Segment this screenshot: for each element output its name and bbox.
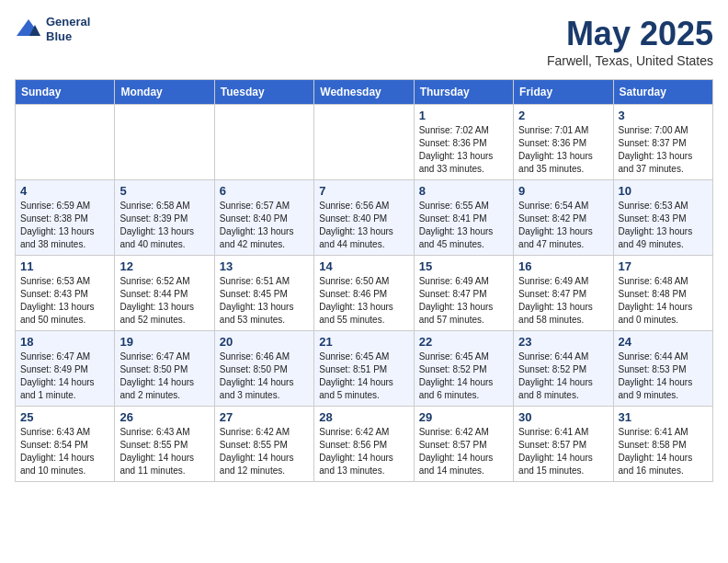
calendar-cell: 2Sunrise: 7:01 AM Sunset: 8:36 PM Daylig…	[514, 105, 613, 180]
calendar-cell: 13Sunrise: 6:51 AM Sunset: 8:45 PM Dayli…	[214, 256, 313, 331]
day-info: Sunrise: 7:01 AM Sunset: 8:36 PM Dayligh…	[518, 124, 608, 176]
day-number: 28	[319, 410, 408, 424]
calendar-cell: 7Sunrise: 6:56 AM Sunset: 8:40 PM Daylig…	[314, 180, 414, 256]
day-number: 26	[119, 410, 209, 424]
calendar-cell	[115, 105, 214, 180]
calendar-cell: 30Sunrise: 6:41 AM Sunset: 8:57 PM Dayli…	[514, 407, 613, 482]
day-info: Sunrise: 6:47 AM Sunset: 8:50 PM Dayligh…	[119, 350, 209, 402]
day-info: Sunrise: 6:49 AM Sunset: 8:47 PM Dayligh…	[419, 275, 508, 327]
weekday-header: Wednesday	[314, 80, 414, 105]
calendar-cell: 17Sunrise: 6:48 AM Sunset: 8:48 PM Dayli…	[613, 256, 712, 331]
calendar-cell: 28Sunrise: 6:42 AM Sunset: 8:56 PM Dayli…	[314, 407, 414, 482]
calendar-cell: 9Sunrise: 6:54 AM Sunset: 8:42 PM Daylig…	[514, 180, 613, 256]
day-info: Sunrise: 6:54 AM Sunset: 8:42 PM Dayligh…	[518, 200, 608, 251]
day-info: Sunrise: 6:43 AM Sunset: 8:54 PM Dayligh…	[20, 426, 109, 477]
day-info: Sunrise: 6:53 AM Sunset: 8:43 PM Dayligh…	[619, 200, 708, 251]
day-number: 18	[20, 335, 109, 349]
title-block: May 2025 Farwell, Texas, United States	[547, 15, 713, 68]
calendar-week-row: 25Sunrise: 6:43 AM Sunset: 8:54 PM Dayli…	[16, 407, 713, 482]
day-number: 7	[319, 184, 408, 198]
calendar-week-row: 11Sunrise: 6:53 AM Sunset: 8:43 PM Dayli…	[16, 256, 713, 331]
day-number: 1	[419, 109, 508, 122]
day-number: 13	[220, 259, 309, 273]
calendar-cell: 20Sunrise: 6:46 AM Sunset: 8:50 PM Dayli…	[214, 331, 313, 407]
calendar-cell: 25Sunrise: 6:43 AM Sunset: 8:54 PM Dayli…	[16, 407, 115, 482]
calendar-cell: 12Sunrise: 6:52 AM Sunset: 8:44 PM Dayli…	[115, 256, 214, 331]
day-number: 19	[119, 335, 209, 349]
day-info: Sunrise: 6:49 AM Sunset: 8:47 PM Dayligh…	[518, 275, 608, 327]
day-info: Sunrise: 6:56 AM Sunset: 8:40 PM Dayligh…	[319, 200, 408, 251]
calendar-cell: 10Sunrise: 6:53 AM Sunset: 8:43 PM Dayli…	[613, 180, 712, 256]
day-number: 2	[518, 109, 608, 122]
day-number: 16	[518, 259, 608, 273]
day-number: 20	[220, 335, 309, 349]
page-header: General Blue May 2025 Farwell, Texas, Un…	[15, 15, 713, 68]
calendar-cell: 31Sunrise: 6:41 AM Sunset: 8:58 PM Dayli…	[613, 407, 712, 482]
weekday-header: Friday	[514, 80, 613, 105]
day-number: 9	[518, 184, 608, 198]
day-info: Sunrise: 6:59 AM Sunset: 8:38 PM Dayligh…	[20, 200, 109, 251]
day-info: Sunrise: 6:42 AM Sunset: 8:57 PM Dayligh…	[419, 426, 508, 477]
calendar-cell: 14Sunrise: 6:50 AM Sunset: 8:46 PM Dayli…	[314, 256, 414, 331]
day-info: Sunrise: 6:45 AM Sunset: 8:51 PM Dayligh…	[319, 350, 408, 402]
day-number: 17	[619, 259, 708, 273]
calendar-table: SundayMondayTuesdayWednesdayThursdayFrid…	[15, 79, 713, 482]
day-number: 4	[20, 184, 109, 198]
day-info: Sunrise: 6:58 AM Sunset: 8:39 PM Dayligh…	[119, 200, 209, 251]
calendar-cell: 1Sunrise: 7:02 AM Sunset: 8:36 PM Daylig…	[414, 105, 513, 180]
calendar-cell: 11Sunrise: 6:53 AM Sunset: 8:43 PM Dayli…	[16, 256, 115, 331]
day-info: Sunrise: 6:41 AM Sunset: 8:58 PM Dayligh…	[619, 426, 708, 477]
day-info: Sunrise: 6:42 AM Sunset: 8:56 PM Dayligh…	[319, 426, 408, 477]
calendar-cell: 3Sunrise: 7:00 AM Sunset: 8:37 PM Daylig…	[613, 105, 712, 180]
day-number: 8	[419, 184, 508, 198]
day-number: 5	[119, 184, 209, 198]
day-info: Sunrise: 6:50 AM Sunset: 8:46 PM Dayligh…	[319, 275, 408, 327]
logo-icon	[15, 16, 42, 43]
logo: General Blue	[15, 15, 90, 43]
month-title: May 2025	[547, 15, 713, 53]
calendar-cell: 18Sunrise: 6:47 AM Sunset: 8:49 PM Dayli…	[16, 331, 115, 407]
calendar-cell: 8Sunrise: 6:55 AM Sunset: 8:41 PM Daylig…	[414, 180, 513, 256]
calendar-cell: 27Sunrise: 6:42 AM Sunset: 8:55 PM Dayli…	[214, 407, 313, 482]
day-number: 12	[119, 259, 209, 273]
day-number: 22	[419, 335, 508, 349]
day-number: 24	[619, 335, 708, 349]
calendar-cell: 23Sunrise: 6:44 AM Sunset: 8:52 PM Dayli…	[514, 331, 613, 407]
calendar-cell: 29Sunrise: 6:42 AM Sunset: 8:57 PM Dayli…	[414, 407, 513, 482]
calendar-cell: 24Sunrise: 6:44 AM Sunset: 8:53 PM Dayli…	[613, 331, 712, 407]
day-info: Sunrise: 6:52 AM Sunset: 8:44 PM Dayligh…	[119, 275, 209, 327]
calendar-cell: 16Sunrise: 6:49 AM Sunset: 8:47 PM Dayli…	[514, 256, 613, 331]
day-number: 3	[619, 109, 708, 122]
calendar-cell	[314, 105, 414, 180]
calendar-cell: 15Sunrise: 6:49 AM Sunset: 8:47 PM Dayli…	[414, 256, 513, 331]
day-number: 21	[319, 335, 408, 349]
calendar-cell: 26Sunrise: 6:43 AM Sunset: 8:55 PM Dayli…	[115, 407, 214, 482]
day-info: Sunrise: 6:44 AM Sunset: 8:52 PM Dayligh…	[518, 350, 608, 402]
day-number: 23	[518, 335, 608, 349]
day-number: 14	[319, 259, 408, 273]
day-number: 25	[20, 410, 109, 424]
calendar-cell: 4Sunrise: 6:59 AM Sunset: 8:38 PM Daylig…	[16, 180, 115, 256]
day-number: 31	[619, 410, 708, 424]
day-info: Sunrise: 6:46 AM Sunset: 8:50 PM Dayligh…	[220, 350, 309, 402]
day-info: Sunrise: 6:45 AM Sunset: 8:52 PM Dayligh…	[419, 350, 508, 402]
day-info: Sunrise: 6:57 AM Sunset: 8:40 PM Dayligh…	[220, 200, 309, 251]
day-info: Sunrise: 6:47 AM Sunset: 8:49 PM Dayligh…	[20, 350, 109, 402]
calendar-cell: 6Sunrise: 6:57 AM Sunset: 8:40 PM Daylig…	[214, 180, 313, 256]
calendar-cell: 22Sunrise: 6:45 AM Sunset: 8:52 PM Dayli…	[414, 331, 513, 407]
day-info: Sunrise: 6:55 AM Sunset: 8:41 PM Dayligh…	[419, 200, 508, 251]
weekday-header: Tuesday	[214, 80, 313, 105]
day-number: 27	[220, 410, 309, 424]
day-info: Sunrise: 6:48 AM Sunset: 8:48 PM Dayligh…	[619, 275, 708, 327]
day-number: 6	[220, 184, 309, 198]
calendar-cell: 5Sunrise: 6:58 AM Sunset: 8:39 PM Daylig…	[115, 180, 214, 256]
day-number: 29	[419, 410, 508, 424]
day-number: 11	[20, 259, 109, 273]
calendar-week-row: 4Sunrise: 6:59 AM Sunset: 8:38 PM Daylig…	[16, 180, 713, 256]
day-info: Sunrise: 7:00 AM Sunset: 8:37 PM Dayligh…	[619, 124, 708, 176]
logo-line2: Blue	[46, 29, 90, 44]
calendar-cell: 19Sunrise: 6:47 AM Sunset: 8:50 PM Dayli…	[115, 331, 214, 407]
calendar-cell	[16, 105, 115, 180]
day-info: Sunrise: 7:02 AM Sunset: 8:36 PM Dayligh…	[419, 124, 508, 176]
logo-line1: General	[46, 15, 90, 29]
